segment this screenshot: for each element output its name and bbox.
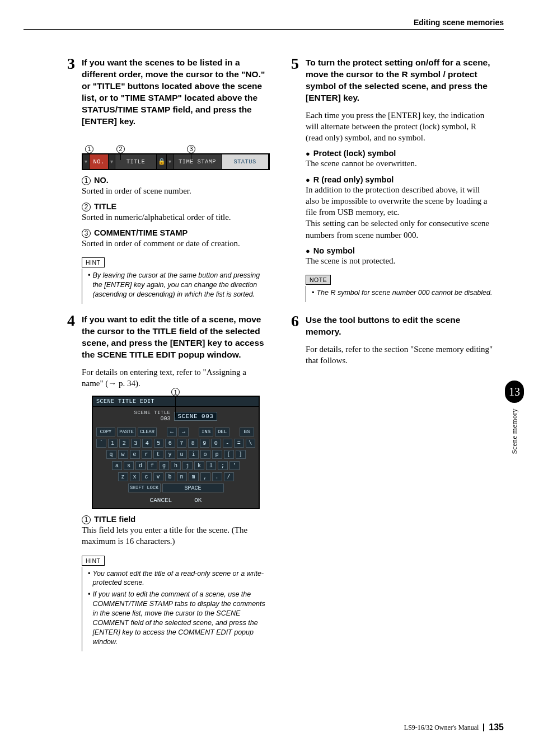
step-6-title: Use the tool buttons to edit the scene m…	[306, 314, 494, 338]
bullet-dot: ●	[306, 150, 310, 157]
space-button[interactable]: SPACE	[162, 483, 224, 492]
keyboard-key[interactable]: 7	[177, 439, 187, 448]
bullet-readonly-text2: This setting can be selected only for co…	[306, 218, 494, 241]
keyboard-key[interactable]: 9	[200, 439, 210, 448]
keyboard-key[interactable]: 5	[154, 439, 164, 448]
keyboard-key[interactable]: h	[171, 461, 181, 470]
keyboard-key[interactable]: =	[234, 439, 244, 448]
paste-button[interactable]: PASTE	[117, 428, 136, 436]
keyboard-key[interactable]: s	[124, 461, 134, 470]
keyboard-key[interactable]: t	[153, 450, 163, 459]
copy-button[interactable]: COPY	[96, 428, 115, 436]
sort-no-button[interactable]: NO.	[90, 154, 109, 169]
sort-timestamp-button[interactable]: TIME STAMP	[174, 154, 222, 169]
keyboard-key[interactable]: g	[159, 461, 169, 470]
ins-button[interactable]: INS	[199, 428, 213, 436]
keyboard-key[interactable]: z	[118, 472, 128, 481]
side-chapter-number: 13	[505, 381, 524, 403]
bullet-dot: ●	[306, 176, 310, 184]
keyboard-key[interactable]: w	[118, 450, 128, 459]
bullet-readonly-text1: In addition to the protection described …	[306, 184, 494, 218]
step-4-title: If you want to edit the title of a scene…	[82, 314, 270, 361]
running-head: Editing scene memories	[414, 18, 504, 27]
keyboard-key[interactable]: c	[142, 472, 152, 481]
shift-lock-button[interactable]: SHIFT LOCK	[128, 483, 161, 492]
keyboard-key[interactable]: k	[194, 461, 204, 470]
keyboard-key[interactable]: 3	[131, 439, 141, 448]
keyboard-key[interactable]: '	[229, 461, 240, 470]
keyboard-key[interactable]: n	[177, 472, 187, 481]
step-5-title: To turn the protect setting on/off for a…	[306, 57, 494, 104]
keyboard-key[interactable]: r	[142, 450, 152, 459]
scene-title-label: SCENE TITLE	[134, 410, 171, 416]
callout-title-field: 1	[171, 388, 180, 396]
figure-sort-bar: 1 2 3 ▾ NO. ▾ TITLE 🔒 ▾ TIME STAMP STATU…	[82, 134, 270, 170]
keyboard-key[interactable]: f	[147, 461, 157, 470]
step-3-title: If you want the scenes to be listed in a…	[82, 57, 270, 128]
keyboard-key[interactable]: -	[223, 439, 233, 448]
sort-title-button[interactable]: TITLE	[115, 154, 157, 169]
keyboard-key[interactable]: p	[212, 450, 222, 459]
keyboard-key[interactable]: 8	[188, 439, 198, 448]
step-5-para: Each time you press the [ENTER] key, the…	[306, 110, 494, 144]
popup-header: SCENE TITLE EDIT	[93, 397, 259, 407]
keyboard-key[interactable]: /	[224, 472, 234, 481]
bs-button[interactable]: BS	[240, 428, 254, 436]
bullet-protect-label: Protect (lock) symbol	[313, 149, 396, 158]
keyboard-key[interactable]: a	[112, 461, 122, 470]
cancel-button[interactable]: CANCEL	[150, 497, 172, 504]
note-tab: NOTE	[306, 275, 331, 285]
bullet-dot: ●	[306, 247, 310, 255]
sub-comment-label: COMMENT/TIME STAMP	[94, 228, 188, 237]
keyboard-key[interactable]: m	[189, 472, 199, 481]
keyboard-key[interactable]: q	[106, 450, 116, 459]
note-protect: NOTE •The R symbol for scene number 000 …	[306, 274, 494, 302]
keyboard-key[interactable]: 0	[211, 439, 221, 448]
keyboard-key[interactable]: ]	[236, 450, 246, 459]
keyboard-key[interactable]: 2	[119, 439, 129, 448]
step-6: 6 Use the tool buttons to edit the scene…	[291, 314, 494, 338]
keyboard-key[interactable]: [	[224, 450, 234, 459]
keyboard-key[interactable]: b	[165, 472, 175, 481]
clear-button[interactable]: CLEAR	[138, 428, 157, 436]
del-button[interactable]: DEL	[215, 428, 229, 436]
footer-manual: LS9-16/32 Owner's Manual	[404, 724, 479, 732]
keyboard-key[interactable]: y	[165, 450, 175, 459]
keyboard-key[interactable]: u	[177, 450, 187, 459]
keyboard-key[interactable]: v	[153, 472, 163, 481]
step-6-number: 6	[291, 313, 306, 338]
title-field-input[interactable]: SCENE 003	[174, 412, 218, 421]
step-5: 5 To turn the protect setting on/off for…	[291, 57, 494, 104]
hint-title: HINT •You cannot edit the title of a rea…	[82, 555, 270, 651]
keyboard-key[interactable]: i	[189, 450, 199, 459]
keyboard-key[interactable]: `	[96, 439, 106, 448]
keyboard-key[interactable]: e	[130, 450, 140, 459]
note-item-1: The R symbol for scene number 000 cannot…	[316, 288, 492, 298]
keyboard-key[interactable]: x	[130, 472, 140, 481]
ok-button[interactable]: OK	[194, 497, 202, 504]
hint-title-item-1: You cannot edit the title of a read-only…	[92, 569, 270, 588]
step-3: 3 If you want the scenes to be listed in…	[67, 57, 270, 128]
cursor-right-button[interactable]: →	[179, 428, 189, 436]
hint-tab: HINT	[82, 257, 105, 267]
figure-title-edit-popup: 1 SCENE TITLE EDIT SCENE TITLE 003 SCENE…	[82, 396, 270, 509]
keyboard-key[interactable]: .	[212, 472, 222, 481]
keyboard-key[interactable]: 6	[165, 439, 175, 448]
sort-dir-ts-icon[interactable]: ▾	[167, 154, 174, 169]
cursor-left-button[interactable]: ←	[167, 428, 177, 436]
footer: LS9-16/32 Owner's Manual 135	[404, 722, 504, 732]
step-6-para: For details, refer to the section "Scene…	[306, 344, 494, 367]
sort-dir-title-icon[interactable]: ▾	[109, 154, 115, 169]
keyboard-key[interactable]: 1	[108, 439, 118, 448]
keyboard-key[interactable]: d	[135, 461, 146, 470]
keyboard-key[interactable]: l	[206, 461, 216, 470]
keyboard-key[interactable]: j	[182, 461, 193, 470]
keyboard-key[interactable]: \	[246, 439, 256, 448]
sub-title-label: TITLE	[94, 202, 116, 211]
sub-title-number: 2	[82, 203, 91, 212]
keyboard-key[interactable]: ;	[218, 461, 228, 470]
sub-title-text: Sorted in numeric/alphabetical order of …	[82, 212, 270, 223]
keyboard-key[interactable]: ,	[200, 472, 210, 481]
keyboard-key[interactable]: o	[200, 450, 210, 459]
keyboard-key[interactable]: 4	[142, 439, 152, 448]
